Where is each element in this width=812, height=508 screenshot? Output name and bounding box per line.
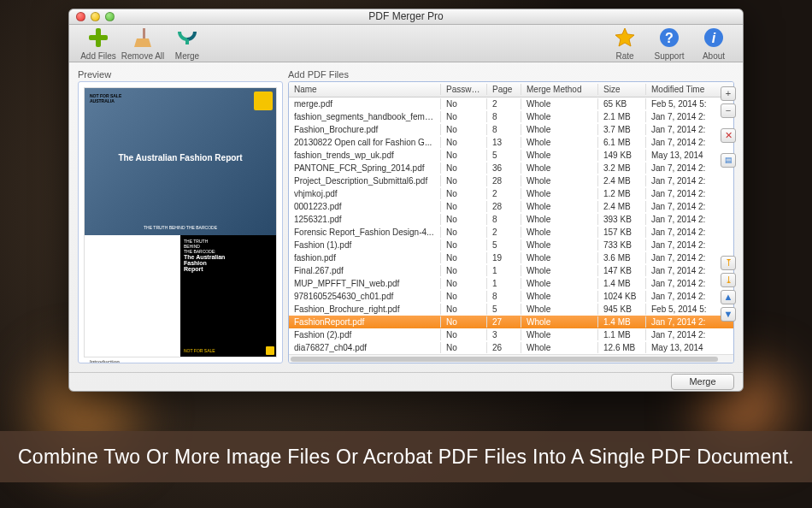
table-row[interactable]: fashion_trends_wp_uk.pdfNo5Whole149 KBMa… [289, 149, 733, 162]
table-row[interactable]: Project_Description_Submittal6.pdfNo28Wh… [289, 174, 733, 187]
caption-text: Combine Two Or More Image Files Or Acrob… [18, 446, 794, 469]
move-up-button[interactable]: ▲ [721, 290, 736, 304]
cell-page: 1 [487, 265, 521, 276]
cell-name: 20130822 Open call for Fashion G... [289, 137, 441, 148]
cell-page: 19 [487, 252, 521, 263]
cell-merge-method: Whole [521, 316, 598, 328]
cell-size: 393 KB [598, 214, 646, 225]
cell-password: No [441, 239, 487, 251]
about-button[interactable]: i About [691, 26, 736, 61]
cell-password: No [441, 111, 487, 122]
preview-label: Preview [78, 69, 283, 80]
cell-merge-method: Whole [521, 150, 598, 161]
cell-merge-method: Whole [521, 329, 598, 340]
cell-name: 0001223.pdf [289, 201, 441, 212]
move-down-button[interactable]: ▼ [721, 307, 736, 322]
table-row[interactable]: Forensic Report_Fashion Design-4...No2Wh… [289, 226, 733, 239]
cell-size: 1.2 MB [598, 188, 646, 199]
arrow-bottom-icon: ⤓ [725, 275, 733, 286]
add-files-button[interactable]: Add Files [76, 26, 121, 61]
table-row[interactable]: Fashion_Brochure.pdfNo8Whole3.7 MBJan 7,… [289, 123, 733, 136]
table-row[interactable]: Fashion_Brochure_right.pdfNo5Whole945 KB… [289, 303, 733, 316]
table-row[interactable]: dia76827_ch04.pdfNo26Whole12.6 MBMay 13,… [289, 341, 733, 354]
cell-modified: Jan 7, 2014 2: [646, 201, 733, 212]
cell-size: 945 KB [598, 304, 646, 315]
info-row-button[interactable]: ▤ [721, 153, 736, 168]
doc-title: The Australian Fashion Report [85, 153, 276, 162]
cell-modified: Jan 7, 2014 2: [646, 239, 733, 251]
table-row[interactable]: PANTONE_FCR_Spring_2014.pdfNo36Whole3.2 … [289, 162, 733, 174]
table-row[interactable]: fashion.pdfNo19Whole3.6 MBJan 7, 2014 2: [289, 251, 733, 264]
question-icon: ? [657, 26, 681, 50]
col-size[interactable]: Size [598, 84, 646, 95]
col-merge-method[interactable]: Merge Method [521, 84, 598, 95]
svg-text:?: ? [665, 31, 674, 45]
col-page[interactable]: Page [487, 84, 521, 95]
info-icon: i [702, 26, 726, 50]
merge-button[interactable]: Merge [671, 374, 734, 390]
plus-icon [86, 26, 110, 50]
cell-name: merge.pdf [289, 98, 441, 109]
table-row[interactable]: Fashion (1).pdfNo5Whole733 KBJan 7, 2014… [289, 239, 733, 251]
table-row[interactable]: Fashion (2).pdfNo3Whole1.1 MBJan 7, 2014… [289, 328, 733, 341]
cell-size: 2.1 MB [598, 111, 646, 122]
preview-panel: NOT FOR SALE AUSTRALIA The Australian Fa… [78, 81, 283, 363]
cell-page: 26 [487, 342, 521, 353]
cell-password: No [441, 214, 487, 225]
cell-name: MUP_MPFFT_FIN_web.pdf [289, 278, 441, 289]
cell-name: 9781605254630_ch01.pdf [289, 291, 441, 302]
svg-rect-1 [89, 35, 108, 40]
col-password[interactable]: Password [441, 84, 487, 95]
cell-page: 2 [487, 227, 521, 238]
remove-row-button[interactable]: − [721, 103, 736, 118]
add-row-button[interactable]: + [721, 86, 736, 101]
cell-password: No [441, 98, 487, 109]
doc-subtitle: THE TRUTH BEHIND THE BARCODE [85, 225, 276, 230]
move-top-button[interactable]: ⤒ [721, 256, 736, 270]
cell-name: fashion_trends_wp_uk.pdf [289, 150, 441, 161]
cell-modified: Jan 7, 2014 2: [646, 214, 733, 225]
cell-modified: Jan 7, 2014 2: [646, 227, 733, 238]
table-row[interactable]: vhjmkoj.pdfNo2Whole1.2 MBJan 7, 2014 2: [289, 187, 733, 200]
cell-size: 6.1 MB [598, 137, 646, 148]
table-row[interactable]: FashionReport.pdfNo27Whole1.4 MBJan 7, 2… [289, 316, 733, 328]
table-row[interactable]: MUP_MPFFT_FIN_web.pdfNo1Whole1.4 MBJan 7… [289, 277, 733, 290]
cell-size: 733 KB [598, 239, 646, 251]
cell-size: 157 KB [598, 227, 646, 238]
x-icon: ✕ [725, 130, 733, 141]
remove-all-button[interactable]: Remove All [121, 26, 165, 61]
support-button[interactable]: ? Support [647, 26, 691, 61]
cell-merge-method: Whole [521, 137, 598, 148]
cell-page: 5 [487, 304, 521, 315]
merge-toolbar-button[interactable]: Merge [165, 26, 209, 61]
table-row[interactable]: 20130822 Open call for Fashion G...No13W… [289, 136, 733, 149]
arrow-up-icon: ▲ [724, 292, 733, 302]
move-bottom-button[interactable]: ⤓ [721, 273, 736, 287]
table-row[interactable]: fashion_segments_handbook_fema...No8Whol… [289, 110, 733, 123]
cell-merge-method: Whole [521, 227, 598, 238]
star-icon [613, 26, 637, 50]
app-window: PDF Merger Pro Add Files Remove All Merg… [68, 9, 744, 392]
cell-size: 1.4 MB [598, 316, 646, 328]
cell-name: fashion.pdf [289, 252, 441, 263]
cell-page: 8 [487, 291, 521, 302]
table-row[interactable]: 9781605254630_ch01.pdfNo8Whole1024 KBJan… [289, 290, 733, 303]
rate-button[interactable]: Rate [603, 26, 647, 61]
cell-size: 1.4 MB [598, 278, 646, 289]
delete-row-button[interactable]: ✕ [721, 128, 736, 143]
table-row[interactable]: 1256321.pdfNo8Whole393 KBJan 7, 2014 2: [289, 213, 733, 226]
cell-name: Fashion_Brochure.pdf [289, 124, 441, 135]
table-row[interactable]: Final.267.pdfNo1Whole147 KBJan 7, 2014 2… [289, 264, 733, 277]
arrow-top-icon: ⤒ [725, 257, 733, 269]
cell-password: No [441, 201, 487, 212]
table-row[interactable]: merge.pdfNo2Whole65 KBFeb 5, 2014 5: [289, 97, 733, 110]
cell-merge-method: Whole [521, 201, 598, 212]
broom-icon [131, 26, 155, 50]
cell-merge-method: Whole [521, 124, 598, 135]
cell-page: 13 [487, 137, 521, 148]
cell-password: No [441, 329, 487, 340]
horizontal-scrollbar[interactable] [289, 354, 733, 363]
col-name[interactable]: Name [289, 84, 441, 95]
cell-page: 1 [487, 278, 521, 289]
table-row[interactable]: 0001223.pdfNo28Whole2.4 MBJan 7, 2014 2: [289, 200, 733, 213]
